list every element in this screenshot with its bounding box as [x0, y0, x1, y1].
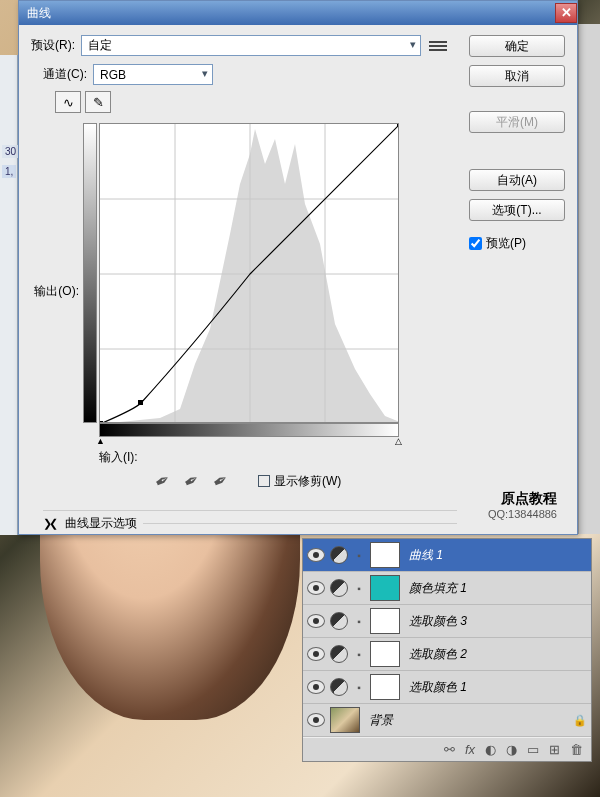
show-clipping-label: 显示修剪(W) — [274, 473, 341, 490]
ruler-value: 30 — [2, 145, 19, 158]
cancel-button[interactable]: 取消 — [469, 65, 565, 87]
right-panel-strip — [578, 24, 600, 534]
curve-graph[interactable] — [99, 123, 399, 423]
input-gradient[interactable] — [99, 423, 399, 437]
mask-thumbnail[interactable] — [370, 674, 400, 700]
link-icon: ▪ — [353, 583, 365, 594]
auto-button[interactable]: 自动(A) — [469, 169, 565, 191]
visibility-eye-icon[interactable] — [307, 614, 325, 628]
output-label: 输出(O): — [31, 283, 79, 423]
link-icon: ▪ — [353, 682, 365, 693]
preset-menu-icon[interactable] — [429, 38, 447, 54]
ruler-strip: 30 — [0, 55, 18, 535]
visibility-eye-icon[interactable] — [307, 581, 325, 595]
preset-value: 自定 — [88, 37, 112, 54]
link-layers-icon[interactable]: ⚯ — [444, 742, 455, 757]
layer-row[interactable]: ▪选取颜色 3 — [303, 605, 591, 638]
preset-label: 预设(R): — [31, 37, 75, 54]
expand-chevrons-icon[interactable]: ❯❮ — [43, 517, 55, 530]
visibility-eye-icon[interactable] — [307, 548, 325, 562]
curves-dialog: 曲线 ✕ 预设(R): 自定 通道(C): RGB — [18, 0, 578, 535]
layers-panel: ▪曲线 1▪颜色填充 1▪选取颜色 3▪选取颜色 2▪选取颜色 1背景🔒 ⚯ f… — [302, 538, 592, 762]
smooth-button: 平滑(M) — [469, 111, 565, 133]
black-point-eyedropper-icon[interactable]: ✒ — [147, 466, 178, 497]
layer-row[interactable]: ▪曲线 1 — [303, 539, 591, 572]
adjustment-layer-icon — [330, 546, 348, 564]
visibility-eye-icon[interactable] — [307, 713, 325, 727]
input-label: 输入(I): — [99, 449, 457, 466]
adjustment-layer-icon — [330, 678, 348, 696]
close-icon: ✕ — [561, 5, 572, 20]
adjustment-layer-icon — [330, 579, 348, 597]
adjustment-layer-icon — [330, 612, 348, 630]
preview-checkbox-input[interactable] — [469, 237, 482, 250]
preset-select[interactable]: 自定 — [81, 35, 421, 56]
layer-row[interactable]: ▪选取颜色 1 — [303, 671, 591, 704]
watermark-main: 原点教程 — [488, 490, 557, 508]
coord-readout: 1, — [2, 165, 16, 178]
pencil-tool-button[interactable]: ✎ — [85, 91, 111, 113]
layer-name: 颜色填充 1 — [409, 580, 467, 597]
curve-point-quarter[interactable] — [138, 400, 143, 405]
link-icon: ▪ — [353, 649, 365, 660]
channel-select[interactable]: RGB — [93, 64, 213, 85]
layer-name: 曲线 1 — [409, 547, 443, 564]
layer-row[interactable]: ▪颜色填充 1 — [303, 572, 591, 605]
display-options-label: 曲线显示选项 — [65, 515, 137, 532]
show-clipping-checkbox[interactable]: 显示修剪(W) — [258, 473, 341, 490]
fx-icon[interactable]: fx — [465, 742, 475, 757]
layer-row[interactable]: ▪选取颜色 2 — [303, 638, 591, 671]
layer-row[interactable]: 背景🔒 — [303, 704, 591, 737]
gray-point-eyedropper-icon[interactable]: ✒ — [176, 466, 207, 497]
channel-value: RGB — [100, 68, 126, 82]
link-icon: ▪ — [353, 616, 365, 627]
mask-thumbnail[interactable] — [370, 641, 400, 667]
ok-button[interactable]: 确定 — [469, 35, 565, 57]
preview-checkbox[interactable]: 预览(P) — [469, 235, 565, 252]
checkbox-icon — [258, 475, 270, 487]
mask-thumbnail[interactable] — [370, 542, 400, 568]
watermark: 原点教程 QQ:13844886 — [488, 490, 557, 520]
close-button[interactable]: ✕ — [555, 3, 577, 23]
mask-thumbnail[interactable] — [370, 608, 400, 634]
lock-icon: 🔒 — [573, 714, 587, 727]
pencil-icon: ✎ — [93, 95, 104, 110]
new-layer-icon[interactable]: ⊞ — [549, 742, 560, 757]
layer-thumbnail[interactable] — [330, 707, 360, 733]
layer-name: 选取颜色 1 — [409, 679, 467, 696]
layers-footer: ⚯ fx ◐ ◑ ▭ ⊞ 🗑 — [303, 737, 591, 761]
layer-name: 选取颜色 2 — [409, 646, 467, 663]
dialog-title: 曲线 — [27, 5, 51, 22]
white-point-eyedropper-icon[interactable]: ✒ — [205, 466, 236, 497]
mask-thumbnail[interactable] — [370, 575, 400, 601]
preview-label: 预览(P) — [486, 235, 526, 252]
mask-icon[interactable]: ◐ — [485, 742, 496, 757]
trash-icon[interactable]: 🗑 — [570, 742, 583, 757]
adjustment-icon[interactable]: ◑ — [506, 742, 517, 757]
link-icon: ▪ — [353, 550, 365, 561]
options-button[interactable]: 选项(T)... — [469, 199, 565, 221]
visibility-eye-icon[interactable] — [307, 680, 325, 694]
adjustment-layer-icon — [330, 645, 348, 663]
watermark-sub: QQ:13844886 — [488, 508, 557, 520]
folder-icon[interactable]: ▭ — [527, 742, 539, 757]
layer-name: 背景 — [369, 712, 393, 729]
dialog-titlebar[interactable]: 曲线 ✕ — [19, 1, 577, 25]
curve-point-highlight[interactable] — [397, 124, 399, 127]
channel-label: 通道(C): — [43, 66, 87, 83]
curve-icon: ∿ — [63, 95, 74, 110]
curve-tool-button[interactable]: ∿ — [55, 91, 81, 113]
visibility-eye-icon[interactable] — [307, 647, 325, 661]
layer-name: 选取颜色 3 — [409, 613, 467, 630]
output-gradient — [83, 123, 97, 423]
